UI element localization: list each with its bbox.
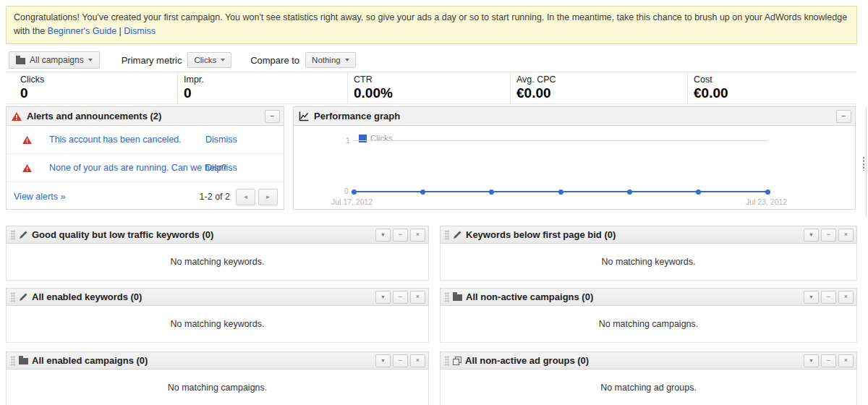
caret-down-icon	[221, 59, 225, 61]
widget-close-button[interactable]: ×	[410, 354, 425, 367]
toolbar: All campaigns Primary metric Clicks Comp…	[9, 51, 356, 69]
alert-message-link[interactable]: None of your ads are running. Can we hel…	[49, 163, 226, 173]
right-panel-resize-handle[interactable]	[862, 156, 865, 171]
widget-header[interactable]: All enabled keywords (0) ▼ − ×	[6, 288, 429, 306]
widget-header[interactable]: Good quality but low traffic keywords (0…	[6, 226, 429, 244]
pencil-icon	[19, 230, 28, 239]
pagination-prev-button[interactable]: ◄	[236, 189, 255, 205]
widget-title: All enabled campaigns (0)	[32, 355, 148, 366]
widget-close-button[interactable]: ×	[410, 291, 425, 304]
banner-dismiss-link[interactable]: Dismiss	[124, 26, 156, 36]
pencil-icon	[453, 230, 462, 239]
warning-icon	[22, 136, 32, 144]
performance-graph-panel: Performance graph − Clicks 1 0 Jul 17, 2…	[293, 106, 856, 210]
campaign-selector-label: All campaigns	[30, 55, 84, 65]
metric-label: Cost	[694, 74, 857, 85]
widget-minimize-button[interactable]: −	[393, 291, 408, 304]
widget-controls: ▼ − ×	[375, 354, 425, 367]
ad-groups-icon	[453, 357, 461, 365]
widget-all-non-active-ad-groups: All non-active ad groups (0) ▼ − × No ma…	[440, 351, 857, 405]
chart-data-point	[420, 189, 425, 195]
alerts-panel: Alerts and announcements (2) − This acco…	[6, 106, 284, 210]
widget-close-button[interactable]: ×	[410, 229, 425, 242]
chart-data-point	[352, 189, 357, 195]
drag-handle-icon[interactable]	[11, 292, 15, 302]
performance-panel-header: Performance graph −	[294, 107, 855, 126]
widget-controls: ▼ − ×	[804, 229, 854, 242]
widget-minimize-button[interactable]: −	[393, 229, 408, 242]
widget-menu-button[interactable]: ▼	[804, 291, 819, 304]
metric-clicks: Clicks 0	[6, 72, 177, 103]
pencil-icon	[19, 292, 28, 302]
widget-minimize-button[interactable]: −	[821, 229, 836, 242]
widget-menu-button[interactable]: ▼	[804, 229, 819, 242]
metric-value: 0	[184, 85, 347, 101]
drag-handle-icon[interactable]	[11, 356, 15, 366]
widget-empty-state: No matching campaigns.	[6, 370, 429, 405]
widget-close-button[interactable]: ×	[838, 229, 854, 242]
primary-metric-dropdown[interactable]: Clicks	[187, 52, 231, 68]
widget-header[interactable]: All enabled campaigns (0) ▼ − ×	[6, 351, 429, 370]
widget-header[interactable]: All non-active campaigns (0) ▼ − ×	[440, 288, 857, 306]
widget-close-button[interactable]: ×	[838, 291, 854, 304]
widget-header[interactable]: Keywords below first page bid (0) ▼ − ×	[440, 226, 857, 244]
alert-dismiss-link[interactable]: Dismiss	[205, 135, 237, 145]
beginners-guide-link[interactable]: Beginner's Guide	[48, 26, 117, 36]
minimize-button[interactable]: −	[265, 110, 280, 123]
campaign-selector-button[interactable]: All campaigns	[9, 51, 100, 69]
gridline	[354, 140, 767, 141]
widget-title: All non-active campaigns (0)	[466, 291, 593, 302]
widget-all-non-active-campaigns: All non-active campaigns (0) ▼ − × No ma…	[440, 288, 857, 343]
view-alerts-link[interactable]: View alerts »	[14, 192, 65, 202]
alerts-panel-title: Alerts and announcements (2)	[27, 111, 161, 122]
widget-minimize-button[interactable]: −	[821, 354, 836, 367]
widget-menu-button[interactable]: ▼	[375, 354, 391, 367]
widget-menu-button[interactable]: ▼	[804, 354, 819, 367]
widget-good-quality-low-traffic-keywords: Good quality but low traffic keywords (0…	[6, 226, 429, 281]
drag-handle-icon[interactable]	[445, 230, 449, 240]
chart-data-point	[627, 189, 632, 195]
drag-handle-icon[interactable]	[445, 356, 449, 366]
alert-row: This account has been canceled. Dismiss	[7, 126, 284, 154]
widget-menu-button[interactable]: ▼	[375, 229, 391, 242]
warning-icon	[12, 112, 22, 121]
caret-down-icon	[88, 59, 93, 61]
folder-icon	[16, 58, 25, 64]
metric-ctr: CTR 0.00%	[347, 72, 510, 103]
alert-dismiss-link[interactable]: Dismiss	[205, 163, 237, 173]
widget-close-button[interactable]: ×	[838, 354, 854, 367]
alert-row: None of your ads are running. Can we hel…	[7, 154, 284, 182]
minimize-button[interactable]: −	[836, 110, 851, 123]
alerts-footer: View alerts » 1-2 of 2 ◄ ►	[7, 182, 284, 211]
performance-chart-plot: Clicks 1 0 Jul 17, 2012 Jul 23, 2012	[294, 126, 855, 209]
congratulations-banner: Congratulations! You've created your fir…	[6, 6, 857, 44]
metric-impressions: Impr. 0	[177, 72, 347, 103]
pagination-range: 1-2 of 2	[200, 192, 230, 202]
alert-message-link[interactable]: This account has been canceled.	[49, 135, 182, 145]
x-axis-label-first: Jul 17, 2012	[331, 197, 373, 206]
chart-data-point	[489, 189, 494, 195]
warning-icon	[22, 164, 32, 172]
primary-metric-label: Primary metric	[122, 55, 182, 66]
widget-minimize-button[interactable]: −	[821, 291, 836, 304]
x-axis-label-last: Jul 23, 2012	[746, 197, 787, 206]
widget-header[interactable]: All non-active ad groups (0) ▼ − ×	[440, 351, 857, 370]
widget-empty-state: No matching campaigns.	[440, 306, 857, 343]
widget-minimize-button[interactable]: −	[393, 354, 408, 367]
metric-label: Avg. CPC	[516, 74, 687, 85]
metrics-strip: Clicks 0 Impr. 0 CTR 0.00% Avg. CPC €0.0…	[6, 72, 857, 104]
chart-legend: Clicks	[359, 134, 393, 142]
compare-to-dropdown[interactable]: Nothing	[305, 52, 356, 68]
widget-empty-state: No matching keywords.	[440, 244, 857, 281]
clicks-series-label: Clicks	[370, 134, 393, 142]
drag-handle-icon[interactable]	[11, 230, 15, 240]
widget-empty-state: No matching ad groups.	[440, 370, 857, 405]
widget-menu-button[interactable]: ▼	[375, 291, 391, 304]
alerts-panel-header: Alerts and announcements (2) −	[7, 107, 284, 126]
pagination-next-button[interactable]: ►	[258, 189, 278, 205]
drag-handle-icon[interactable]	[445, 292, 449, 302]
widget-controls: ▼ − ×	[804, 291, 854, 304]
metric-label: Impr.	[184, 74, 347, 85]
widget-all-enabled-keywords: All enabled keywords (0) ▼ − × No matchi…	[6, 288, 429, 343]
folder-icon	[19, 358, 28, 364]
